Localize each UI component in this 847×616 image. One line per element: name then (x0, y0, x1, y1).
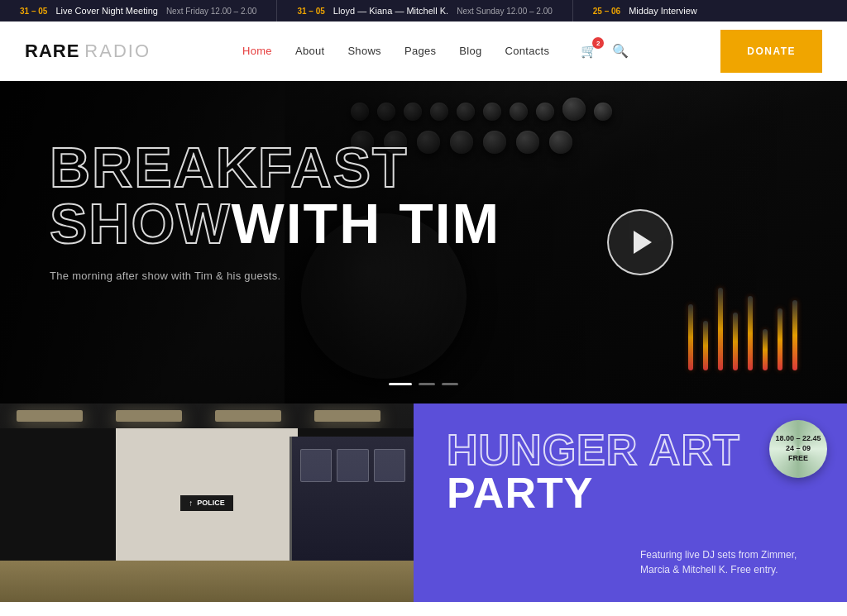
slide-indicators (389, 383, 458, 385)
subway-train (290, 437, 414, 561)
hero-content: BREAKFAST SHOW WITH TIM The morning afte… (50, 139, 500, 282)
bottom-section: ↑ POLICE 18.00 – 22.45 24 – 09 FREE HUNG… (0, 404, 847, 602)
police-text: POLICE (197, 499, 225, 507)
police-sign: ↑ POLICE (180, 495, 233, 511)
ticker-item-1: 31 – 05 Live Cover Night Meeting Next Fr… (0, 0, 277, 21)
ceiling-lights (0, 404, 414, 428)
ticker-item-2: 31 – 05 Lloyd — Kiana — Mitchell K. Next… (277, 0, 572, 21)
search-icon[interactable]: 🔍 (612, 43, 629, 59)
train-windows (300, 449, 405, 482)
event-panel: 18.00 – 22.45 24 – 09 FREE HUNGER ART PA… (414, 404, 847, 602)
nav-pages[interactable]: Pages (404, 45, 436, 57)
train-window (374, 449, 405, 482)
ceiling-light (116, 410, 182, 422)
subway-image: ↑ POLICE (0, 404, 414, 602)
ticker-time-1: Next Friday 12.00 – 2.00 (166, 7, 257, 16)
ceiling-light (17, 410, 83, 422)
slide-dot-2[interactable] (419, 383, 435, 385)
ticker-title-2: Lloyd — Kiana — Mitchell K. (333, 6, 448, 16)
ticker-bar: 31 – 05 Live Cover Night Meeting Next Fr… (0, 0, 847, 21)
cart-icon[interactable]: 🛒 2 (581, 43, 597, 59)
slide-dot-1[interactable] (389, 383, 412, 385)
cart-badge: 2 (592, 37, 604, 49)
event-badge-time: 18.00 – 22.45 (775, 434, 821, 444)
ticker-title-1: Live Cover Night Meeting (55, 6, 158, 16)
nav-contacts[interactable]: Contacts (505, 45, 550, 57)
train-window (337, 449, 368, 482)
main-nav: Home About Shows Pages Blog Contacts 🛒 2… (242, 43, 629, 59)
logo-bold: RARE (25, 41, 79, 62)
ticker-title-3: Midday Interview (629, 6, 697, 16)
event-badge: 18.00 – 22.45 24 – 09 FREE (769, 420, 827, 478)
nav-about[interactable]: About (295, 45, 324, 57)
nav-icons: 🛒 2 🔍 (581, 43, 629, 59)
slide-dot-3[interactable] (442, 383, 458, 385)
event-title-line2: PARTY (447, 471, 822, 514)
ticker-item-3: 25 – 06 Midday Interview (573, 0, 717, 21)
train-window (300, 449, 332, 482)
hero-title-show: SHOW (50, 195, 232, 251)
ceiling-light (314, 410, 380, 422)
logo[interactable]: RARE RADIO (25, 41, 151, 62)
hero-title-with-tim: WITH TIM (232, 195, 501, 251)
header: RARE RADIO Home About Shows Pages Blog C… (0, 21, 847, 81)
event-description: Featuring live DJ sets from Zimmer, Marc… (640, 547, 822, 577)
dark-wall-left (0, 428, 116, 561)
ticker-time-2: Next Sunday 12.00 – 2.00 (457, 7, 553, 16)
event-title-line1: HUNGER ART (447, 428, 822, 471)
nav-home[interactable]: Home (242, 45, 272, 57)
logo-light: RADIO (84, 41, 151, 62)
ticker-date-3: 25 – 06 (593, 7, 620, 16)
play-button[interactable] (607, 209, 673, 275)
platform-floor (0, 561, 414, 602)
hero-section: BREAKFAST SHOW WITH TIM The morning afte… (0, 81, 847, 404)
ticker-date-2: 31 – 05 (297, 7, 324, 16)
platform-wall: ↑ POLICE (116, 428, 298, 561)
nav-shows[interactable]: Shows (347, 45, 381, 57)
donate-button[interactable]: DONATE (720, 30, 822, 73)
event-badge-date: 24 – 09 (786, 444, 811, 454)
play-icon (634, 231, 652, 254)
ticker-date-1: 31 – 05 (20, 7, 47, 16)
hero-subtitle: The morning after show with Tim & his gu… (50, 270, 500, 282)
hero-title-line1: BREAKFAST (50, 139, 500, 195)
event-badge-price: FREE (788, 454, 808, 464)
nav-blog[interactable]: Blog (459, 45, 481, 57)
arrow-up-icon: ↑ (189, 499, 193, 508)
ceiling-light (215, 410, 281, 422)
